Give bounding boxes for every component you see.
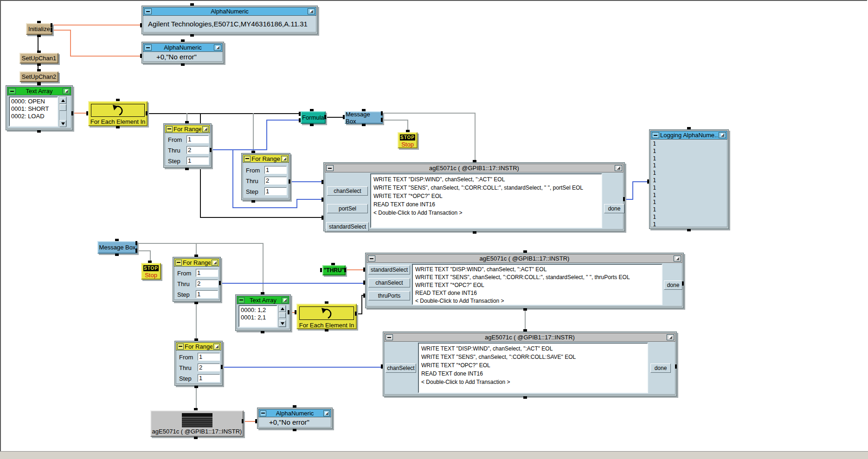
- scroll-down-button[interactable]: [59, 120, 66, 127]
- textarray-list[interactable]: 0000: 1,20001: 2,1: [238, 305, 277, 327]
- instrument-device-icon-box[interactable]: agE5071c ( @GPIB1::17::INSTR): [150, 410, 244, 437]
- minimize-button[interactable]: [175, 260, 182, 266]
- alphanumeric-window-error2[interactable]: AlphaNumeric +0,"No error": [257, 408, 333, 429]
- forrange-window-2[interactable]: For Range From Thru Step: [241, 153, 290, 200]
- resize-button[interactable]: [214, 45, 221, 51]
- textarray-list[interactable]: 0000: OPEN0001: SHORT0002: LOAD: [9, 96, 58, 127]
- terminal-chanselect[interactable]: chanSelect: [327, 186, 368, 196]
- foreach-element-1[interactable]: For Each Element In: [88, 101, 148, 126]
- minimize-button[interactable]: [368, 255, 375, 261]
- list-item: 1: [653, 177, 656, 185]
- minimize-button[interactable]: [144, 8, 152, 14]
- instrument-window-1[interactable]: agE5071c ( @GPIB1::17::INSTR) chanSelect…: [323, 162, 625, 231]
- minimize-button[interactable]: [244, 156, 251, 162]
- alphanumeric-body: +0,"No error": [258, 417, 331, 427]
- wire-initialize-to-error: [70, 30, 71, 57]
- transaction-list[interactable]: WRITE TEXT "DISP:WIND", chanSelect, ":AC…: [370, 173, 602, 228]
- resize-button[interactable]: [63, 88, 70, 94]
- textarray-window-thruports[interactable]: Text Array 0000: 1,20001: 2,1: [235, 294, 291, 331]
- minimize-icon: [328, 168, 332, 169]
- resize-button[interactable]: [282, 297, 288, 303]
- forrange-window-1[interactable]: For Range From Thru Step: [163, 123, 212, 168]
- alphanumeric-window-error1[interactable]: AlphaNumeric +0,"No error": [141, 42, 224, 64]
- terminal-standardselect[interactable]: standardSelect: [326, 222, 369, 231]
- thru-input[interactable]: [198, 363, 220, 371]
- terminal-thruports[interactable]: thruPorts: [368, 291, 410, 300]
- terminal-done[interactable]: done: [664, 280, 682, 290]
- resize-icon: [215, 345, 219, 348]
- window-title: agE5071c ( @GPIB1::17::INSTR): [376, 255, 673, 262]
- terminal-portsel[interactable]: portSel: [327, 204, 368, 213]
- minimize-button[interactable]: [260, 410, 266, 416]
- textarray-window-standards[interactable]: Text Array 0000: OPEN0001: SHORT0002: LO…: [6, 85, 73, 130]
- scroll-up-button[interactable]: [279, 306, 286, 312]
- minimize-button[interactable]: [8, 88, 16, 94]
- forrange-window-3[interactable]: For Range From Thru Step: [173, 257, 221, 302]
- pin-stub: [473, 160, 476, 162]
- resize-button[interactable]: [212, 260, 218, 266]
- from-input[interactable]: [198, 353, 220, 361]
- minimize-button[interactable]: [326, 165, 334, 171]
- userfunction-setupchan1[interactable]: SetUpChan1: [19, 53, 58, 64]
- stop-node-1[interactable]: STOP Stop: [398, 132, 418, 148]
- minimize-button[interactable]: [166, 126, 173, 132]
- scrollbar[interactable]: [59, 96, 67, 127]
- thru-constant[interactable]: "THRU": [322, 265, 346, 275]
- userfunction-setupchan2[interactable]: SetUpChan2: [19, 71, 58, 82]
- from-input[interactable]: [264, 166, 287, 174]
- foreach-element-2[interactable]: For Each Element In: [296, 304, 357, 329]
- terminal-standardselect[interactable]: standardSelect: [368, 265, 410, 274]
- scroll-up-button[interactable]: [59, 97, 66, 104]
- resize-button[interactable]: [323, 410, 330, 416]
- terminal-chanselect[interactable]: chanSelect: [368, 278, 410, 287]
- logging-alphanumeric-window[interactable]: Logging AlphaNume... 111111111111: [649, 129, 729, 229]
- resize-button[interactable]: [213, 344, 220, 350]
- resize-button[interactable]: [308, 8, 315, 14]
- messagebox-node-2[interactable]: Message Box: [97, 241, 137, 254]
- terminal-chanselect[interactable]: chanSelect: [386, 363, 416, 373]
- minimize-button[interactable]: [238, 297, 244, 303]
- thru-input[interactable]: [264, 177, 287, 185]
- resize-button[interactable]: [719, 132, 726, 138]
- scroll-thumb[interactable]: [279, 312, 286, 318]
- thru-input[interactable]: [196, 280, 218, 287]
- resize-button[interactable]: [615, 165, 622, 171]
- from-input[interactable]: [196, 269, 218, 277]
- transaction-list[interactable]: WRITE TEXT "DISP:WIND", chanSelect, ":AC…: [412, 264, 662, 305]
- resize-icon: [617, 166, 620, 170]
- instrument-titlebar: agE5071c ( @GPIB1::17::INSTR): [384, 333, 675, 342]
- resize-button[interactable]: [281, 156, 288, 162]
- minimize-button[interactable]: [652, 132, 659, 138]
- instrument-window-2[interactable]: agE5071c ( @GPIB1::17::INSTR) standardSe…: [365, 253, 684, 308]
- step-input[interactable]: [186, 157, 209, 165]
- terminal-done[interactable]: done: [650, 363, 671, 373]
- minimize-button[interactable]: [144, 45, 152, 51]
- resize-button[interactable]: [202, 126, 209, 132]
- step-input[interactable]: [264, 187, 287, 195]
- step-input[interactable]: [198, 374, 220, 382]
- thru-input[interactable]: [186, 146, 209, 154]
- scroll-thumb[interactable]: [59, 104, 66, 111]
- step-input[interactable]: [196, 290, 218, 298]
- alphanumeric-window-idn[interactable]: AlphaNumeric Agilent Technologies,E5071C…: [141, 6, 318, 34]
- scroll-down-button[interactable]: [279, 320, 286, 327]
- from-input[interactable]: [186, 135, 209, 143]
- minimize-button[interactable]: [177, 344, 184, 350]
- terminal-done[interactable]: done: [604, 204, 624, 213]
- formula-node[interactable]: Formula: [301, 111, 326, 124]
- forrange-window-4[interactable]: For Range From Thru Step: [174, 341, 223, 386]
- instrument-window-3[interactable]: agE5071c ( @GPIB1::17::INSTR) chanSelect…: [383, 332, 677, 396]
- userfunction-initialize[interactable]: Initialize: [26, 23, 52, 35]
- wire-forrange1-to-formula: [266, 120, 267, 150]
- minimize-button[interactable]: [386, 334, 393, 340]
- stop-node-2[interactable]: STOP Stop: [141, 263, 161, 280]
- horizontal-scrollbar-area[interactable]: [0, 451, 868, 459]
- scrollbar[interactable]: [278, 305, 286, 327]
- messagebox-node-1[interactable]: Message Box: [345, 111, 383, 124]
- transaction-list[interactable]: WRITE TEXT "DISP:WIND", chanSelect, ":AC…: [418, 343, 648, 393]
- thru-label: "THRU": [324, 267, 345, 274]
- resize-button[interactable]: [667, 334, 674, 340]
- port-marker: [299, 112, 301, 116]
- wire-msgbox-to-stop: [383, 120, 408, 121]
- resize-button[interactable]: [674, 255, 681, 261]
